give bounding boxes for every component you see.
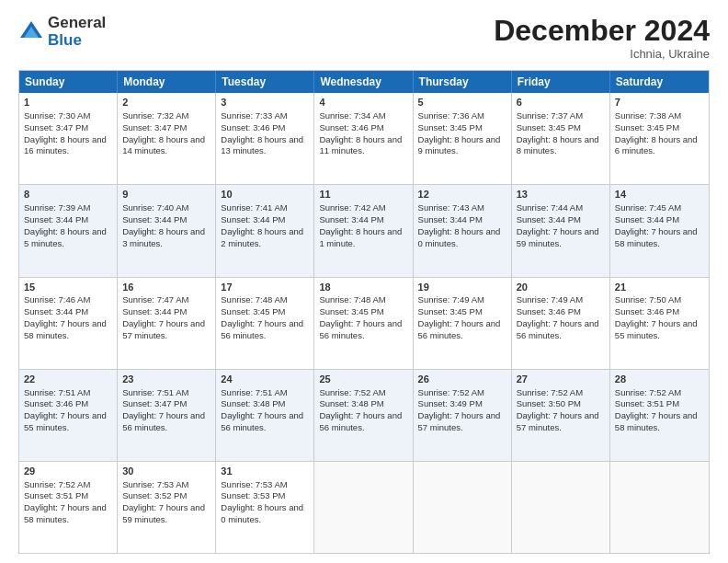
day-number: 23	[122, 373, 210, 386]
sunrise-label: Sunrise: 7:48 AM	[221, 294, 287, 304]
header: General Blue December 2024 Ichnia, Ukrai…	[18, 15, 710, 61]
day-number: 16	[122, 281, 210, 294]
daylight-label: Daylight: 8 hours and 11 minutes.	[319, 134, 402, 156]
day-number: 14	[615, 188, 704, 201]
daylight-label: Daylight: 8 hours and 5 minutes.	[24, 226, 107, 248]
day-number: 29	[24, 465, 112, 478]
day-number: 21	[615, 281, 704, 294]
location-subtitle: Ichnia, Ukraine	[494, 47, 710, 61]
sunset-label: Sunset: 3:44 PM	[418, 214, 483, 224]
calendar-cell	[610, 462, 709, 553]
day-number: 27	[517, 373, 605, 386]
day-number: 26	[418, 373, 506, 386]
sunset-label: Sunset: 3:47 PM	[122, 398, 187, 408]
sunset-label: Sunset: 3:44 PM	[615, 214, 679, 224]
calendar-cell: 20Sunrise: 7:49 AMSunset: 3:46 PMDayligh…	[512, 278, 610, 369]
calendar-cell: 1Sunrise: 7:30 AMSunset: 3:47 PMDaylight…	[19, 93, 118, 184]
sunrise-label: Sunrise: 7:53 AM	[221, 479, 287, 489]
sunrise-label: Sunrise: 7:41 AM	[221, 202, 287, 213]
calendar-cell: 3Sunrise: 7:33 AMSunset: 3:46 PMDaylight…	[216, 93, 314, 184]
day-number: 19	[418, 281, 506, 294]
calendar-cell: 30Sunrise: 7:53 AMSunset: 3:52 PMDayligh…	[118, 462, 216, 553]
calendar-cell: 10Sunrise: 7:41 AMSunset: 3:44 PMDayligh…	[216, 185, 314, 276]
logo-icon	[18, 19, 44, 45]
daylight-label: Daylight: 8 hours and 8 minutes.	[517, 134, 599, 156]
sunset-label: Sunset: 3:52 PM	[122, 490, 187, 500]
calendar-cell: 31Sunrise: 7:53 AMSunset: 3:53 PMDayligh…	[216, 462, 314, 553]
daylight-label: Daylight: 7 hours and 55 minutes.	[24, 410, 107, 432]
day-number: 22	[24, 373, 112, 386]
daylight-label: Daylight: 8 hours and 16 minutes.	[24, 134, 107, 156]
sunrise-label: Sunrise: 7:38 AM	[615, 110, 681, 121]
day-number: 15	[24, 281, 112, 294]
sunset-label: Sunset: 3:51 PM	[615, 398, 679, 408]
day-number: 8	[24, 188, 112, 201]
daylight-label: Daylight: 7 hours and 58 minutes.	[24, 318, 107, 340]
daylight-label: Daylight: 7 hours and 56 minutes.	[221, 318, 303, 340]
sunset-label: Sunset: 3:44 PM	[122, 306, 187, 316]
day-number: 31	[221, 465, 309, 478]
sunset-label: Sunset: 3:46 PM	[319, 122, 383, 132]
calendar-cell: 27Sunrise: 7:52 AMSunset: 3:50 PMDayligh…	[512, 370, 610, 461]
cal-header-day: Saturday	[610, 71, 709, 93]
daylight-label: Daylight: 7 hours and 57 minutes.	[517, 410, 599, 432]
sunrise-label: Sunrise: 7:49 AM	[418, 294, 484, 304]
page: General Blue December 2024 Ichnia, Ukrai…	[0, 0, 728, 563]
day-number: 17	[221, 281, 309, 294]
daylight-label: Daylight: 7 hours and 56 minutes.	[319, 410, 402, 432]
sunset-label: Sunset: 3:45 PM	[615, 122, 679, 132]
sunset-label: Sunset: 3:44 PM	[517, 214, 581, 224]
calendar: SundayMondayTuesdayWednesdayThursdayFrid…	[18, 70, 710, 554]
sunrise-label: Sunrise: 7:52 AM	[615, 387, 681, 397]
sunrise-label: Sunrise: 7:42 AM	[319, 202, 385, 213]
sunrise-label: Sunrise: 7:40 AM	[122, 202, 188, 213]
daylight-label: Daylight: 8 hours and 6 minutes.	[615, 134, 698, 156]
calendar-row: 29Sunrise: 7:52 AMSunset: 3:51 PMDayligh…	[19, 461, 709, 553]
day-number: 25	[319, 373, 407, 386]
sunrise-label: Sunrise: 7:32 AM	[122, 110, 188, 121]
sunset-label: Sunset: 3:48 PM	[319, 398, 383, 408]
daylight-label: Daylight: 7 hours and 57 minutes.	[418, 410, 501, 432]
sunset-label: Sunset: 3:50 PM	[517, 398, 581, 408]
sunrise-label: Sunrise: 7:51 AM	[221, 387, 287, 397]
sunset-label: Sunset: 3:46 PM	[615, 306, 679, 316]
sunrise-label: Sunrise: 7:39 AM	[24, 202, 90, 213]
day-number: 1	[24, 96, 112, 109]
calendar-cell: 16Sunrise: 7:47 AMSunset: 3:44 PMDayligh…	[118, 278, 216, 369]
daylight-label: Daylight: 7 hours and 56 minutes.	[122, 410, 205, 432]
calendar-cell: 18Sunrise: 7:48 AMSunset: 3:45 PMDayligh…	[314, 278, 413, 369]
cal-header-day: Wednesday	[314, 71, 413, 93]
daylight-label: Daylight: 7 hours and 59 minutes.	[517, 226, 599, 248]
calendar-cell: 9Sunrise: 7:40 AMSunset: 3:44 PMDaylight…	[118, 185, 216, 276]
sunset-label: Sunset: 3:47 PM	[122, 122, 187, 132]
sunset-label: Sunset: 3:44 PM	[221, 214, 285, 224]
calendar-cell	[512, 462, 610, 553]
daylight-label: Daylight: 7 hours and 56 minutes.	[221, 410, 303, 432]
daylight-label: Daylight: 7 hours and 58 minutes.	[615, 226, 698, 248]
day-number: 28	[615, 373, 704, 386]
sunrise-label: Sunrise: 7:37 AM	[517, 110, 583, 121]
sunset-label: Sunset: 3:48 PM	[221, 398, 285, 408]
sunset-label: Sunset: 3:44 PM	[24, 214, 88, 224]
logo-blue: Blue	[48, 32, 106, 50]
sunset-label: Sunset: 3:46 PM	[24, 398, 88, 408]
daylight-label: Daylight: 8 hours and 0 minutes.	[418, 226, 501, 248]
daylight-label: Daylight: 7 hours and 56 minutes.	[517, 318, 599, 340]
day-number: 3	[221, 96, 309, 109]
sunrise-label: Sunrise: 7:33 AM	[221, 110, 287, 121]
sunset-label: Sunset: 3:45 PM	[418, 122, 483, 132]
sunset-label: Sunset: 3:47 PM	[24, 122, 88, 132]
calendar-row: 8Sunrise: 7:39 AMSunset: 3:44 PMDaylight…	[19, 184, 709, 276]
daylight-label: Daylight: 7 hours and 58 minutes.	[615, 410, 698, 432]
day-number: 13	[517, 188, 605, 201]
daylight-label: Daylight: 7 hours and 55 minutes.	[615, 318, 698, 340]
sunrise-label: Sunrise: 7:49 AM	[517, 294, 583, 304]
sunrise-label: Sunrise: 7:45 AM	[615, 202, 681, 213]
calendar-cell	[414, 462, 512, 553]
daylight-label: Daylight: 7 hours and 58 minutes.	[24, 502, 107, 524]
calendar-cell: 29Sunrise: 7:52 AMSunset: 3:51 PMDayligh…	[19, 462, 118, 553]
daylight-label: Daylight: 8 hours and 1 minute.	[319, 226, 402, 248]
cal-header-day: Monday	[118, 71, 216, 93]
calendar-cell: 19Sunrise: 7:49 AMSunset: 3:45 PMDayligh…	[414, 278, 512, 369]
day-number: 7	[615, 96, 704, 109]
